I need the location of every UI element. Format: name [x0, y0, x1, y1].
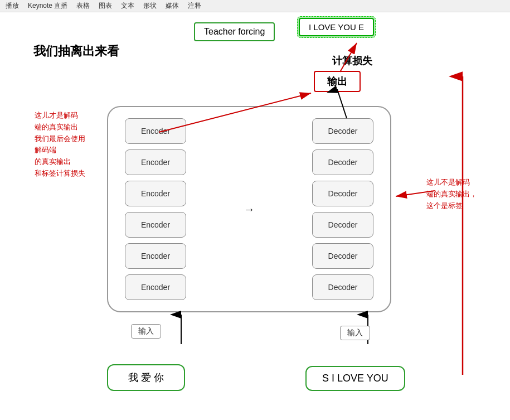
decoder-block-4: Decoder [312, 212, 373, 238]
enc-dec-container: Encoder Encoder Encoder Encoder Encoder … [107, 106, 391, 312]
decoder-block-3: Decoder [312, 181, 373, 206]
encoder-block-3: Encoder [125, 181, 186, 206]
annotation-left-text: 这儿才是解码端的真实输出我们最后会使用解码端的真实输出和标签计算损失 [35, 111, 85, 177]
menu-media[interactable]: 媒体 [166, 1, 179, 11]
decoder-block-5: Decoder [312, 243, 373, 269]
calc-loss-label: 计算损失 [332, 54, 372, 67]
menu-keynote-live[interactable]: Keynote 直播 [28, 1, 67, 11]
encoder-block-2: Encoder [125, 149, 186, 175]
teacher-forcing-box: Teacher forcing [194, 22, 275, 41]
decoder-column: Decoder Decoder Decoder Decoder Decoder … [312, 118, 373, 300]
annotation-right-text: 这儿不是解码端的真实输出，这个是标签 [426, 178, 477, 210]
menu-annotation[interactable]: 注释 [188, 1, 201, 11]
input-section-left: 输入 我 爱 你 [107, 324, 185, 391]
annotation-right: 这儿不是解码端的真实输出，这个是标签 [426, 177, 493, 211]
horizontal-arrow: → [244, 203, 255, 216]
output-box: 输出 [314, 71, 361, 92]
menu-bar: 播放 Keynote 直播 表格 图表 文本 形状 媒体 注释 [0, 0, 510, 12]
menu-table[interactable]: 表格 [76, 1, 90, 11]
encoder-block-5: Encoder [125, 243, 186, 269]
output-label-box: I LOVE YOU E [299, 18, 374, 36]
input-section-right: 输入 S I LOVE YOU [305, 326, 405, 391]
input-label-left: 输入 [131, 324, 161, 339]
input-content-left: 我 爱 你 [107, 364, 185, 391]
decoder-block-1: Decoder [312, 118, 373, 144]
menu-play[interactable]: 播放 [6, 1, 19, 11]
decoder-block-6: Decoder [312, 274, 373, 300]
encoder-block-6: Encoder [125, 274, 186, 300]
menu-shape[interactable]: 形状 [143, 1, 157, 11]
main-content: 我们抽离出来看 Teacher forcing I LOVE YOU E 计算损… [0, 12, 510, 420]
decoder-block-2: Decoder [312, 149, 373, 175]
encoder-block-4: Encoder [125, 212, 186, 238]
encoder-block-1: Encoder [125, 118, 186, 144]
input-label-right: 输入 [340, 326, 370, 340]
encoder-column: Encoder Encoder Encoder Encoder Encoder … [125, 118, 186, 300]
menu-chart[interactable]: 图表 [99, 1, 112, 11]
slide-title: 我们抽离出来看 [33, 43, 119, 60]
menu-text[interactable]: 文本 [121, 1, 134, 11]
input-content-right: S I LOVE YOU [305, 366, 405, 391]
